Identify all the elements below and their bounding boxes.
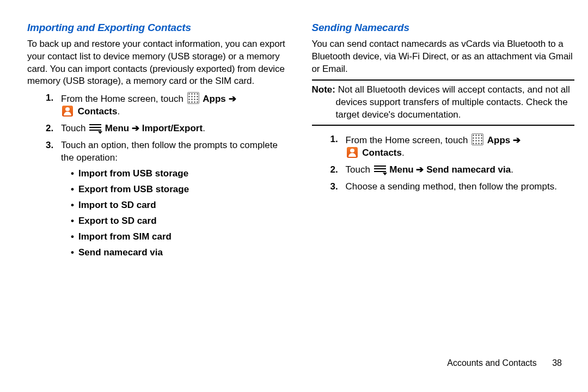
contacts-label: Contacts — [362, 148, 402, 158]
period: . — [117, 106, 120, 117]
opt-import-usb: Import from USB storage — [78, 168, 290, 180]
page-number: 38 — [552, 358, 562, 367]
send-namecard-label: Send namecard via — [426, 164, 511, 175]
left-intro: To back up and restore your contact info… — [27, 38, 290, 88]
text: Touch — [346, 164, 373, 175]
left-step-2: Touch Menu ➔ Import/Export. — [61, 122, 290, 135]
opt-send-namecard: Send namecard via — [78, 247, 290, 259]
left-step-1: From the Home screen, touch Apps ➔ Conta… — [61, 92, 290, 118]
text: Touch — [61, 123, 88, 133]
apps-label: Apps — [487, 135, 511, 145]
period: . — [203, 123, 205, 133]
arrow-icon: ➔ — [132, 123, 139, 133]
footer-section: Accounts and Contacts — [447, 358, 537, 367]
left-step-3: Touch an option, then follow the prompts… — [61, 139, 290, 259]
menu-icon — [374, 165, 386, 174]
menu-label: Menu — [389, 164, 416, 175]
text: From the Home screen, touch — [346, 135, 471, 145]
menu-icon — [89, 124, 101, 132]
text: From the Home screen, touch — [61, 94, 186, 104]
note-text: Not all Bluetooth devices will accept co… — [335, 84, 570, 120]
opt-import-sim: Import from SIM card — [78, 231, 290, 243]
right-step-1: From the Home screen, touch Apps ➔ Conta… — [346, 133, 575, 160]
period: . — [402, 148, 405, 158]
opt-export-sd: Export to SD card — [78, 215, 290, 228]
arrow-icon: ➔ — [416, 164, 424, 175]
right-step-2: Touch Menu ➔ Send namecard via. — [346, 164, 575, 176]
note-block: Note: Not all Bluetooth devices will acc… — [312, 79, 575, 126]
right-steps: From the Home screen, touch Apps ➔ Conta… — [312, 133, 575, 193]
contacts-label: Contacts — [78, 106, 118, 117]
period: . — [511, 164, 513, 175]
apps-label: Apps — [203, 94, 226, 104]
text: Touch an option, then follow the prompts… — [61, 140, 278, 163]
left-column: Importing and Exporting Contacts To back… — [27, 21, 290, 264]
right-step-3: Choose a sending method, then follow the… — [346, 181, 575, 193]
left-title: Importing and Exporting Contacts — [27, 21, 290, 35]
contacts-icon — [62, 106, 73, 117]
contacts-icon — [347, 147, 358, 158]
import-export-label: Import/Export — [142, 123, 203, 133]
text: Choose a sending method, then follow the… — [346, 181, 557, 192]
arrow-icon: ➔ — [513, 135, 520, 145]
options-list: Import from USB storage Export from USB … — [61, 168, 290, 259]
menu-label: Menu — [105, 123, 132, 133]
right-column: Sending Namecards You can send contact n… — [312, 21, 575, 264]
opt-import-sd: Import to SD card — [78, 199, 290, 212]
left-steps: From the Home screen, touch Apps ➔ Conta… — [27, 92, 290, 259]
right-intro: You can send contact namecards as vCards… — [312, 38, 575, 76]
note-label: Note: — [312, 84, 335, 95]
right-title: Sending Namecards — [312, 21, 575, 35]
apps-icon — [471, 133, 483, 145]
page-footer: Accounts and Contacts 38 — [447, 357, 562, 369]
arrow-icon: ➔ — [229, 94, 236, 104]
opt-export-usb: Export from USB storage — [78, 183, 290, 196]
apps-icon — [187, 92, 199, 104]
